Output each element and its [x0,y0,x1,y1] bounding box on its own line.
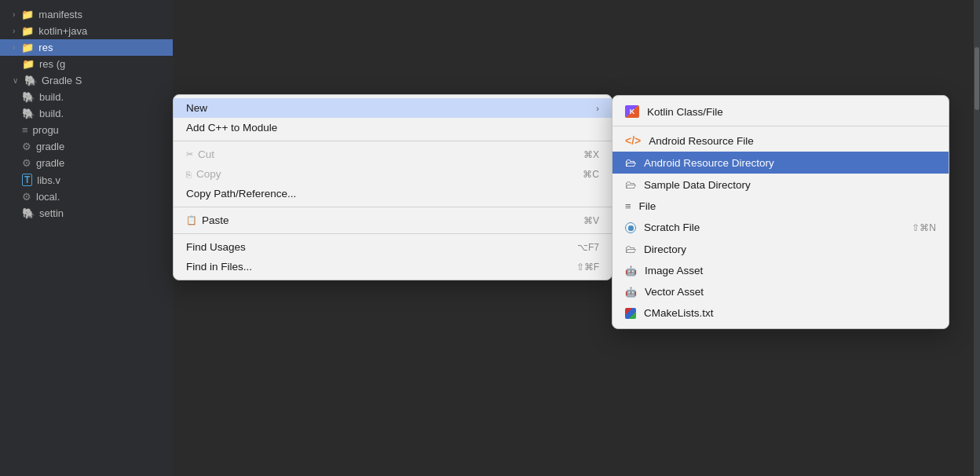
sidebar-item-label: Gradle S [42,75,82,86]
menu-item-add-cpp[interactable]: Add C++ to Module [174,118,612,137]
sidebar-item-local[interactable]: ⚙ local. [0,189,173,205]
shortcut-label: ⇧⌘N [912,222,936,233]
sidebar-item-label: local. [36,191,60,203]
submenu-item-label: Sample Data Directory [644,179,751,191]
sidebar-item-res-g[interactable]: 📁 res (g [0,56,173,72]
menu-item-copy-path[interactable]: Copy Path/Reference... [174,184,612,203]
chevron-icon: › [13,43,15,52]
gear-icon: ⚙ [22,141,31,152]
gradle-icon: 🐘 [22,207,35,219]
sidebar-item-progu[interactable]: ≡ progu [0,122,173,138]
sidebar-item-label: res (g [39,58,65,70]
menu-item-label: Copy Path/Reference... [186,188,599,200]
shortcut-label: ⌥F7 [577,242,599,253]
sidebar-item-label: progu [33,124,59,136]
folder-icon: 🗁 [625,156,636,169]
folder-icon: 🗁 [625,178,636,191]
sidebar-item-gradle2[interactable]: ⚙ gradle [0,155,173,171]
sidebar-item-gradle-scripts[interactable]: ∨ 🐘 Gradle S [0,72,173,89]
sidebar-item-manifests[interactable]: › 📁 manifests [0,6,173,23]
menu-item-label: Paste [202,214,552,226]
sidebar-item-gradle1[interactable]: ⚙ gradle [0,138,173,155]
sidebar: › 📁 manifests › 📁 kotlin+java › 📁 res 📁 … [0,0,173,476]
cmake-icon [625,308,636,319]
context-menu: New › Add C++ to Module ✂ Cut ⌘X ⎘ Copy … [173,94,612,280]
file-text-icon: ≡ [22,124,28,136]
menu-item-label: Find in Files... [186,261,545,273]
sidebar-item-libs-v[interactable]: T libs.v [0,171,173,189]
menu-item-new[interactable]: New › [174,98,612,118]
menu-item-paste[interactable]: 📋 Paste ⌘V [174,211,612,230]
submenu-item-scratch-file[interactable]: ⏺ Scratch File ⇧⌘N [612,217,949,238]
paste-icon: 📋 [186,215,197,225]
submenu-item-sample-data-dir[interactable]: 🗁 Sample Data Directory [612,174,949,196]
submenu-separator [612,126,949,126]
submenu-arrow-icon: › [596,104,599,113]
chevron-icon: › [13,27,15,35]
vector-asset-icon: 🤖 [625,287,637,298]
sidebar-item-label: libs.v [37,174,60,186]
scratch-icon: ⏺ [625,222,636,233]
sidebar-item-res[interactable]: › 📁 res [0,39,173,56]
chevron-icon: › [13,10,15,19]
file-icon: ≡ [625,200,631,212]
submenu-item-image-asset[interactable]: 🤖 Image Asset [612,260,949,281]
image-asset-icon: 🤖 [625,265,637,276]
submenu-item-label: Android Resource Directory [644,157,774,169]
kotlin-icon: K [625,105,639,118]
menu-item-find-usages[interactable]: Find Usages ⌥F7 [174,237,612,257]
submenu-item-label: Image Asset [645,265,703,276]
submenu-item-directory[interactable]: 🗁 Directory [612,238,949,260]
submenu-item-cmakelists[interactable]: CMakeLists.txt [612,302,949,324]
copy-icon: ⎘ [186,170,192,179]
gradle-icon: 🐘 [22,108,35,119]
gear-icon: ⚙ [22,191,31,203]
gradle-icon: 🐘 [24,75,37,86]
scroll-thumb[interactable] [975,47,979,110]
folder-orange-icon: 📁 [21,42,34,53]
submenu-item-label: Kotlin Class/File [647,106,723,118]
submenu: K Kotlin Class/File </> Android Resource… [612,95,949,329]
shortcut-label: ⌘V [583,215,599,226]
submenu-item-label: Vector Asset [645,286,704,298]
menu-separator [174,233,612,234]
submenu-item-label: Directory [644,243,686,255]
scrollbar[interactable] [974,0,980,476]
sidebar-item-label: gradle [36,157,64,169]
submenu-item-vector-asset[interactable]: 🤖 Vector Asset [612,281,949,302]
menu-item-cut[interactable]: ✂ Cut ⌘X [174,145,612,164]
submenu-item-file[interactable]: ≡ File [612,196,949,217]
menu-separator [174,141,612,141]
submenu-item-label: CMakeLists.txt [644,307,714,319]
submenu-item-kotlin-class[interactable]: K Kotlin Class/File [612,101,949,123]
sidebar-item-label: manifests [38,9,82,20]
menu-item-copy[interactable]: ⎘ Copy ⌘C [174,164,612,184]
sidebar-item-build1[interactable]: 🐘 build. [0,89,173,105]
submenu-item-label: Android Resource File [649,135,754,147]
menu-item-label: Copy [196,168,551,180]
folder-icon: 📁 [21,25,34,37]
sidebar-item-label: settin [39,207,64,219]
gear-icon: ⚙ [22,157,31,169]
submenu-item-label: Scratch File [644,222,700,233]
menu-item-label: Find Usages [186,241,546,253]
menu-item-find-in-files[interactable]: Find in Files... ⇧⌘F [174,257,612,276]
submenu-item-android-resource-dir[interactable]: 🗁 Android Resource Directory [612,152,949,174]
shortcut-label: ⌘C [583,169,599,180]
sidebar-item-label: build. [39,108,64,119]
menu-separator [174,207,612,207]
menu-item-label: Add C++ to Module [186,122,599,134]
submenu-item-label: File [639,200,656,212]
menu-item-label: New [186,102,590,114]
folder-orange-icon: 📁 [22,58,35,70]
sidebar-item-build2[interactable]: 🐘 build. [0,105,173,122]
shortcut-label: ⌘X [583,149,599,160]
submenu-item-android-resource-file[interactable]: </> Android Resource File [612,130,949,152]
sidebar-item-label: kotlin+java [38,25,87,37]
folder-icon: 🗁 [625,243,636,255]
t-icon: T [22,174,32,186]
gradle-icon: 🐘 [22,91,35,103]
sidebar-item-kotlin-java[interactable]: › 📁 kotlin+java [0,23,173,39]
folder-icon: 📁 [21,9,34,20]
sidebar-item-settin[interactable]: 🐘 settin [0,205,173,222]
